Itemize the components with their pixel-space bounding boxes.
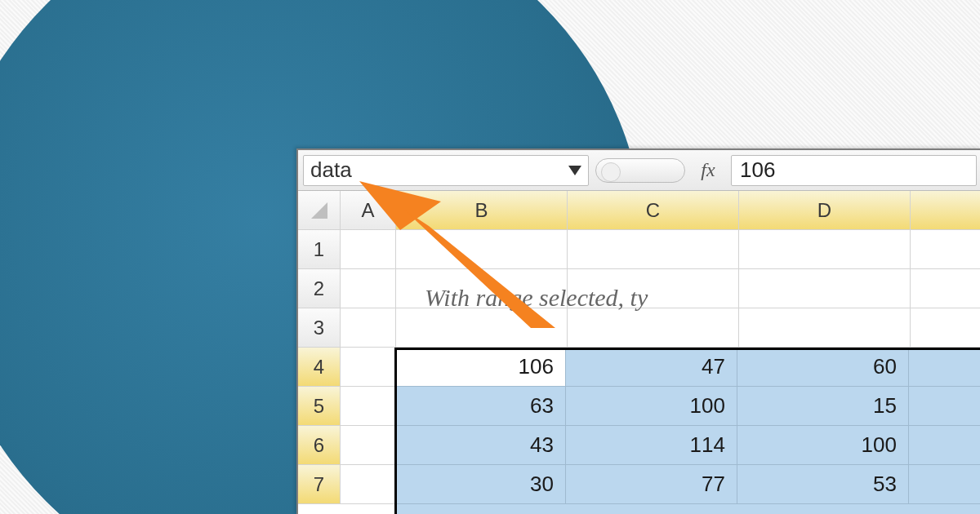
col-header-D[interactable]: D [739,191,911,230]
formula-bar-value-text: 106 [740,157,775,183]
fx-label[interactable]: fx [692,159,724,181]
cell-D1[interactable] [739,230,911,269]
cell-E2[interactable] [911,269,980,308]
formula-bar-expand-pill[interactable] [595,158,685,183]
col-header-C[interactable]: C [568,191,739,230]
name-box[interactable]: data [303,155,589,186]
name-box-dropdown-icon[interactable] [568,166,581,175]
cell-B3[interactable] [396,308,568,348]
cell-A4[interactable] [341,348,396,387]
cell-E4-sel[interactable] [909,348,980,387]
row-header-7[interactable]: 7 [298,465,341,504]
cell-C1[interactable] [568,230,739,269]
cell-B4-sel[interactable]: 106 [394,348,566,387]
formula-bar: data fx 106 [298,150,980,191]
row-header-2[interactable]: 2 [298,269,341,308]
cell-E1[interactable] [911,230,980,269]
svg-marker-1 [311,202,327,219]
hint-text: With range selected, ty [425,284,648,312]
cell-D4-sel[interactable]: 60 [737,348,909,387]
cell-C5-sel[interactable]: 100 [566,387,737,426]
stage: data fx 106 A B C D 1 [0,0,980,514]
cell-B6-sel[interactable]: 43 [394,426,566,465]
cell-B5-sel[interactable]: 63 [394,387,566,426]
row-header-3[interactable]: 3 [298,308,341,348]
row-header-5[interactable]: 5 [298,387,341,426]
cell-D7-sel[interactable]: 53 [737,465,909,504]
row-header-6[interactable]: 6 [298,426,341,465]
cell-A5[interactable] [341,387,396,426]
col-header-extra[interactable] [911,191,980,230]
formula-bar-value[interactable]: 106 [731,155,977,186]
cell-E7-sel[interactable] [909,465,980,504]
cell-C6-sel[interactable]: 114 [566,426,737,465]
row-header-1[interactable]: 1 [298,230,341,269]
cell-D5-sel[interactable]: 15 [737,387,909,426]
selected-range[interactable]: 106 47 60 63 100 15 43 114 100 30 77 53 [394,348,980,514]
cell-A3[interactable] [341,308,396,348]
name-box-value: data [310,157,352,183]
cell-B1[interactable] [396,230,568,269]
cell-A1[interactable] [341,230,396,269]
col-header-B[interactable]: B [396,191,568,230]
select-all-corner[interactable] [298,191,341,230]
cell-B7-sel[interactable]: 30 [394,465,566,504]
cell-A6[interactable] [341,426,396,465]
row-header-4[interactable]: 4 [298,348,341,387]
cell-D2[interactable] [739,269,911,308]
cell-E5-sel[interactable] [909,387,980,426]
cell-D6-sel[interactable]: 100 [737,426,909,465]
svg-marker-0 [568,166,581,175]
cell-C7-sel[interactable]: 77 [566,465,737,504]
cell-A7[interactable] [341,465,396,504]
cell-D3[interactable] [739,308,911,348]
col-header-A[interactable]: A [341,191,396,230]
cell-C3[interactable] [568,308,739,348]
cell-E3[interactable] [911,308,980,348]
cell-C4-sel[interactable]: 47 [566,348,737,387]
cell-E6-sel[interactable] [909,426,980,465]
cell-A2[interactable] [341,269,396,308]
selected-range-cells: 106 47 60 63 100 15 43 114 100 30 77 53 [394,348,980,514]
